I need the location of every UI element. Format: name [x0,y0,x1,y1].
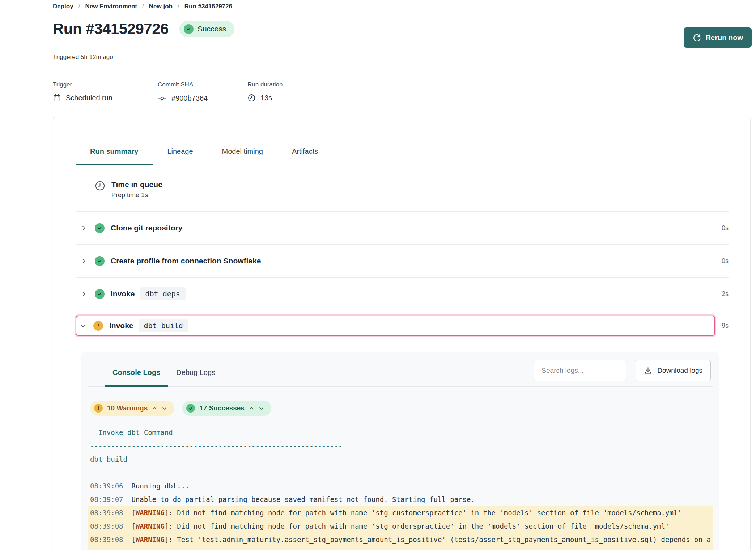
chevron-up-icon[interactable] [249,406,254,411]
rerun-now-button[interactable]: Rerun now [684,28,752,48]
clock-icon [247,94,256,102]
time-in-queue-row: Time in queue Prep time 1s [76,165,729,211]
tab-debug-logs[interactable]: Debug Logs [168,363,223,387]
success-check-icon [95,289,105,299]
step-title: Clone git repository [111,224,182,232]
step-title: Invoke [111,289,135,298]
warning-icon [94,404,103,412]
step-duration: 0s [722,224,729,232]
breadcrumb-separator: / [142,2,144,11]
rerun-now-label: Rerun now [706,34,743,42]
warnings-count: 10 Warnings [107,404,148,412]
run-tabs: Run summary Lineage Model timing Artifac… [76,117,729,165]
log-blank-line [88,466,713,479]
meta-commit-value: #900b7364 [171,94,208,102]
meta-trigger-value: Scheduled run [66,94,112,102]
time-in-queue-title: Time in queue [111,180,162,189]
tab-console-logs[interactable]: Console Logs [105,363,168,387]
meta-duration: Run duration 13s [233,81,297,103]
run-meta: Trigger Scheduled run Commit SHA #900b73… [53,81,752,103]
download-logs-label: Download logs [657,367,702,375]
tab-model-timing[interactable]: Model timing [208,145,277,165]
log-line: dbt build [88,453,713,466]
breadcrumb-separator: / [178,2,179,11]
step-title: Invoke [109,321,133,330]
breadcrumb-environment[interactable]: New Environment [85,2,137,11]
prep-time-link[interactable]: Prep time 1s [111,191,148,199]
step-duration: 9s [722,322,729,330]
breadcrumb-current-run: Run #341529726 [184,2,232,11]
success-check-icon [186,404,195,412]
step-duration: 0s [722,257,729,265]
breadcrumb-deploy[interactable]: Deploy [53,2,73,11]
breadcrumb-job[interactable]: New job [149,2,173,11]
chevron-right-icon[interactable] [81,225,87,231]
warning-icon [93,321,103,331]
chevron-down-icon[interactable] [259,406,264,411]
step-command-chip: dbt deps [140,287,186,300]
status-badge-label: Success [198,25,226,33]
run-detail-page: Deploy / New Environment / New job / Run… [0,0,756,550]
log-warning-line: 08:39:08 [WARNING]: Test 'test.admin_mat… [88,533,713,550]
search-logs-input[interactable] [534,360,626,381]
tab-lineage[interactable]: Lineage [153,145,207,165]
chevron-right-icon[interactable] [81,258,87,264]
step-title: Create profile from connection Snowflake [111,257,261,265]
chevron-down-icon[interactable] [162,406,167,411]
tab-artifacts[interactable]: Artifacts [277,145,332,165]
status-badge: Success [179,21,234,37]
breadcrumb-separator: / [78,2,80,11]
chevron-right-icon[interactable] [81,291,87,297]
meta-duration-label: Run duration [247,81,283,88]
download-logs-button[interactable]: Download logs [636,360,711,381]
successes-count: 17 Successes [199,404,245,412]
clock-icon [94,180,106,191]
warnings-badge: 10 Warnings [90,401,174,416]
triggered-timestamp: Triggered 5h 12m ago [53,54,752,61]
console-log-output: Invoke dbt Command ---------------------… [88,426,713,550]
log-divider-line: ----------------------------------------… [88,439,713,453]
tab-run-summary[interactable]: Run summary [76,145,153,165]
successes-badge: 17 Successes [182,401,271,416]
chevron-down-icon[interactable] [80,323,86,329]
meta-trigger: Trigger Scheduled run [53,81,143,103]
step-row-clone-git[interactable]: Clone git repository 0s [76,211,729,244]
refresh-icon [692,33,701,42]
page-header: Run #341529726 Success Rerun now [53,20,752,48]
step-row-dbt-build[interactable]: Invoke dbt build [76,316,715,336]
log-header: Console Logs Debug Logs Download logs [88,352,713,387]
meta-commit: Commit SHA #900b7364 [143,81,233,103]
log-line: 08:39:06 Running dbt... [88,479,713,493]
log-summary-badges: 10 Warnings 17 Successes [90,401,713,416]
meta-trigger-label: Trigger [53,81,128,88]
success-check-icon [95,256,105,266]
success-check-icon [95,223,105,233]
step-duration: 2s [722,290,729,298]
git-commit-icon [158,94,167,103]
log-warning-line: 08:39:08 [WARNING]: Did not find matchin… [88,506,713,520]
chevron-up-icon[interactable] [152,406,157,411]
download-icon [644,367,652,375]
step-row-dbt-deps[interactable]: Invoke dbt deps 2s [76,277,729,310]
step-row-dbt-build-wrap: Invoke dbt build 9s [76,310,729,336]
success-check-icon [184,24,194,34]
log-panel: Console Logs Debug Logs Download logs [81,352,719,550]
log-line: 08:39:07 Unable to do partial parsing be… [88,493,713,506]
log-line: Invoke dbt Command [88,426,713,439]
step-command-chip: dbt build [139,319,188,332]
log-tabs: Console Logs Debug Logs [105,363,223,386]
page-title: Run #341529726 [53,20,169,38]
breadcrumb: Deploy / New Environment / New job / Run… [53,2,752,11]
calendar-icon [53,94,61,102]
step-row-create-profile[interactable]: Create profile from connection Snowflake… [76,244,729,277]
meta-duration-value: 13s [260,94,272,102]
meta-commit-label: Commit SHA [158,81,218,88]
log-warning-line: 08:39:08 [WARNING]: Did not find matchin… [88,520,713,533]
run-summary-card: Run summary Lineage Model timing Artifac… [53,117,751,550]
